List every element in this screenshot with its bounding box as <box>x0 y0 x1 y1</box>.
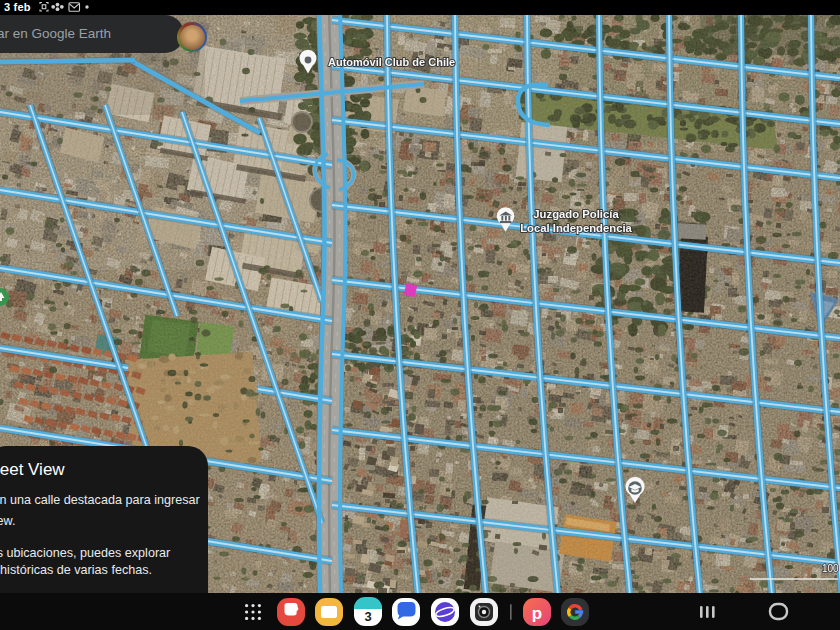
svg-text:Juzgado Policía: Juzgado Policía <box>533 208 619 220</box>
svg-text:p: p <box>532 604 542 623</box>
svg-text:3: 3 <box>364 609 371 624</box>
svg-text:Automóvil Club de Chile: Automóvil Club de Chile <box>328 56 455 68</box>
svg-text:Local Independencia: Local Independencia <box>520 222 632 234</box>
svg-text:100 m: 100 m <box>822 563 840 574</box>
